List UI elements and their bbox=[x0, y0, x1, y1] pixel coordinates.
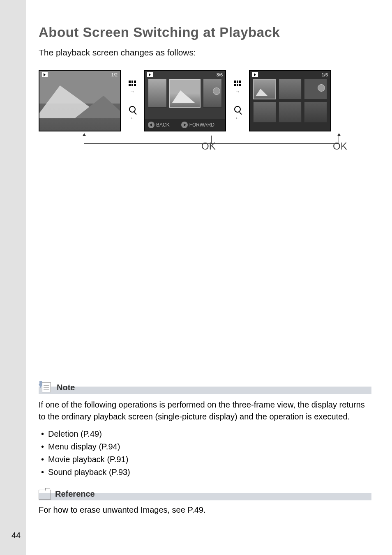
play-mode-icon bbox=[42, 72, 48, 78]
reference-heading-label: Reference bbox=[53, 488, 97, 500]
forward-label: FORWARD bbox=[189, 122, 214, 128]
frame-counter: 3/6 bbox=[217, 72, 223, 78]
thumb-prev bbox=[148, 79, 167, 108]
frame-counter: 1/2 bbox=[111, 72, 118, 78]
screen-single-playback: 1/2 bbox=[39, 70, 121, 131]
grid-thumb bbox=[279, 102, 302, 122]
grid-thumb bbox=[304, 102, 327, 122]
arrow-right-icon: → bbox=[235, 89, 240, 94]
ok-label: OK bbox=[333, 140, 347, 152]
grid-thumb bbox=[304, 79, 327, 99]
thumb-next bbox=[203, 79, 222, 108]
grid-thumb bbox=[253, 102, 276, 122]
reference-icon bbox=[39, 490, 51, 500]
zoom-controls: → ← bbox=[232, 70, 243, 131]
arrow-right-icon: → bbox=[130, 89, 135, 94]
thumb-current bbox=[169, 79, 200, 108]
list-item: Deletion (P.49) bbox=[41, 428, 371, 440]
nav-bar: BACK FORWARD bbox=[145, 119, 225, 131]
bracket-line bbox=[84, 136, 211, 144]
bracket-line bbox=[211, 136, 339, 144]
intro-text: The playback screen changes as follows: bbox=[39, 48, 371, 58]
back-arrow-icon bbox=[148, 122, 154, 128]
note-bullet-list: Deletion (P.49) Menu display (P.94) Movi… bbox=[41, 428, 371, 479]
forward-arrow-icon bbox=[181, 122, 188, 128]
grid-thumb bbox=[279, 79, 302, 99]
page-content: About Screen Switching at Playback The p… bbox=[26, 0, 392, 555]
frame-counter: 1/6 bbox=[322, 72, 328, 78]
back-label: BACK bbox=[156, 122, 170, 128]
note-icon bbox=[39, 382, 53, 393]
screen-grid: 1/6 bbox=[249, 70, 331, 131]
screen-three-frame: 3/6 BACK FORWARD bbox=[144, 70, 226, 131]
thumbnail-icon bbox=[129, 81, 136, 86]
note-heading: Note bbox=[39, 382, 371, 395]
zoom-controls: → ← bbox=[127, 70, 138, 131]
grid-thumb-selected bbox=[253, 79, 276, 99]
note-heading-label: Note bbox=[55, 382, 76, 393]
thumbnail-icon bbox=[234, 81, 241, 86]
note-text: If one of the following operations is pe… bbox=[39, 399, 371, 423]
magnify-icon bbox=[234, 106, 241, 113]
list-item: Sound playback (P.93) bbox=[41, 466, 371, 479]
page-number: 44 bbox=[12, 531, 21, 540]
play-mode-icon bbox=[147, 72, 154, 78]
page-title: About Screen Switching at Playback bbox=[39, 25, 371, 40]
list-item: Movie playback (P.91) bbox=[41, 453, 371, 466]
play-mode-icon bbox=[252, 72, 259, 78]
arrow-left-icon: ← bbox=[130, 115, 135, 121]
reference-text: For how to erase unwanted Images, see P.… bbox=[39, 505, 371, 515]
playback-diagram: 1/2 → ← 3/6 bbox=[39, 70, 371, 164]
reference-heading: Reference bbox=[39, 488, 371, 501]
list-item: Menu display (P.94) bbox=[41, 440, 371, 453]
magnify-icon bbox=[129, 106, 136, 113]
page-left-margin bbox=[0, 0, 26, 555]
arrow-left-icon: ← bbox=[235, 115, 240, 121]
